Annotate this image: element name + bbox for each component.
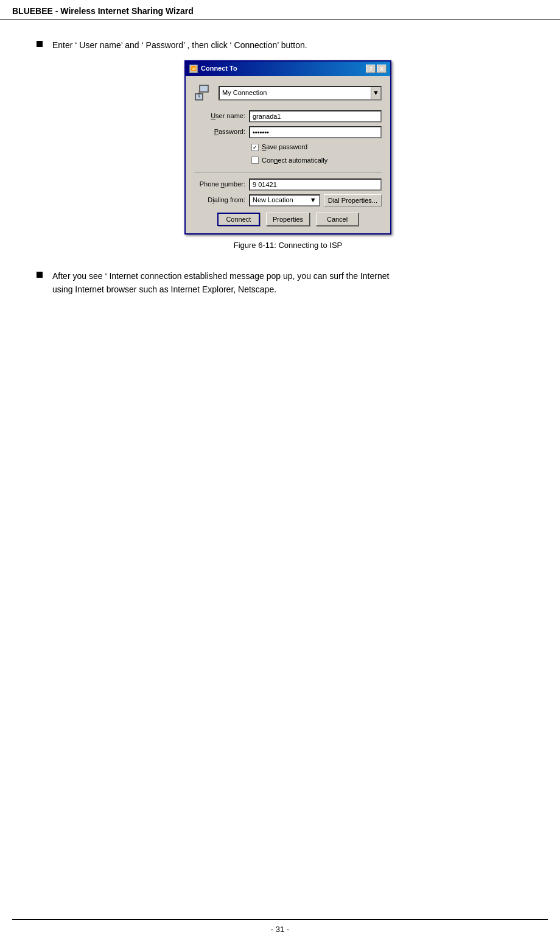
help-button[interactable]: ?	[366, 65, 376, 73]
save-password-checkbox[interactable]: ✓	[251, 144, 259, 151]
bullet-marker-2	[37, 272, 43, 278]
page-title: BLUEBEE - Wireless Internet Sharing Wiza…	[12, 6, 194, 16]
close-button[interactable]: X	[377, 65, 387, 73]
phone-input[interactable]	[249, 178, 382, 191]
username-label-u: U	[211, 112, 215, 119]
dialog-app-icon: 📶	[189, 65, 198, 73]
bullet-text-second: After you see ‘ Internet connection esta…	[52, 269, 523, 297]
figure-caption: Figure 6-11: Connecting to ISP	[234, 239, 343, 252]
bullet-item-second: After you see ‘ Internet connection esta…	[37, 269, 523, 297]
password-row: Password:	[194, 126, 382, 138]
network-svg-icon	[195, 84, 213, 102]
page-footer: - 31 -	[12, 919, 548, 934]
connect-auto-label: Connect automatically	[262, 155, 327, 166]
connect-auto-checkbox[interactable]	[251, 157, 259, 164]
save-password-label: Save password	[262, 142, 307, 153]
page-header: BLUEBEE - Wireless Internet Sharing Wiza…	[0, 0, 560, 20]
username-input[interactable]	[249, 110, 382, 122]
svg-rect-0	[200, 85, 208, 92]
connect-button[interactable]: Connect	[217, 213, 260, 226]
bullet-marker	[37, 41, 43, 47]
phone-label: Phone number:	[194, 179, 249, 190]
bullet-text-first: Enter ‘ User name’ and ‘ Password’ , the…	[52, 38, 523, 257]
username-label: User name:	[194, 111, 249, 122]
dialog-titlebar: 📶 Connect To ? X	[186, 62, 390, 76]
dialog-body: My Connection ▼ User name:	[186, 76, 390, 233]
phone-row: Phone number:	[194, 178, 382, 191]
connect-auto-row: Connect automatically	[251, 155, 382, 166]
connection-dropdown-arrow[interactable]: ▼	[371, 87, 380, 99]
page-number: - 31 -	[271, 925, 289, 934]
properties-button[interactable]: Properties	[266, 213, 310, 226]
dialog-container: 📶 Connect To ? X	[52, 60, 523, 252]
connection-name: My Connection	[220, 87, 371, 99]
dialing-select-wrap: New Location ▼ Dial Properties...	[249, 194, 382, 206]
connection-icon	[194, 83, 214, 103]
dialing-from-dropdown[interactable]: New Location ▼	[249, 194, 320, 206]
dialing-dropdown-arrow[interactable]: ▼	[310, 195, 317, 206]
dialog-separator	[194, 172, 382, 172]
connection-row: My Connection ▼	[194, 83, 382, 103]
dialing-row: Dialing from: New Location ▼ Dial Proper…	[194, 194, 382, 206]
password-label: Password:	[194, 127, 249, 138]
connection-dropdown[interactable]: My Connection ▼	[219, 86, 382, 101]
dialog-title-text: Connect To	[201, 63, 237, 74]
dialing-label: Dialing from:	[194, 195, 249, 206]
dial-properties-button[interactable]: Dial Properties...	[324, 194, 382, 206]
save-password-row: ✓ Save password	[251, 142, 382, 153]
password-input[interactable]	[249, 126, 382, 138]
page-content: Enter ‘ User name’ and ‘ Password’ , the…	[0, 20, 560, 327]
username-row: User name:	[194, 110, 382, 122]
dialog-title-left: 📶 Connect To	[189, 63, 237, 74]
connect-to-dialog: 📶 Connect To ? X	[184, 60, 391, 235]
dialing-from-value: New Location	[253, 195, 293, 206]
cancel-button[interactable]: Cancel	[316, 213, 359, 226]
dialog-controls[interactable]: ? X	[366, 65, 387, 73]
button-row: Connect Properties Cancel	[194, 213, 382, 226]
bullet-item-first: Enter ‘ User name’ and ‘ Password’ , the…	[37, 38, 523, 257]
password-label-p: P	[214, 128, 219, 135]
